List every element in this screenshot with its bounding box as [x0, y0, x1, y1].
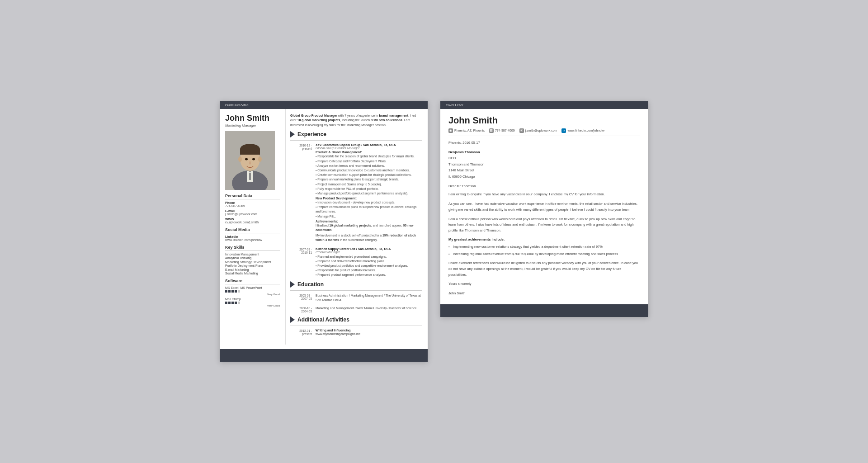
email-icon: ✉	[519, 128, 524, 133]
education-heading: Education	[290, 281, 422, 288]
cl-date: Phoenix, 2016-05-17	[448, 141, 640, 145]
cl-email: ✉ j.smith@uptowork.com	[519, 128, 557, 133]
education-entry: 2005-09 -2007-05 Business Administration…	[290, 293, 422, 302]
experience-heading: Experience	[290, 131, 422, 137]
cl-paragraph-1: I am writing to enquire if you have any …	[448, 192, 640, 198]
cl-phone: ☎ 774-987-4009	[489, 128, 515, 133]
cl-achievements-title: My greatest achievements include:	[448, 237, 640, 241]
phone-icon: ☎	[489, 128, 494, 133]
skill-item: Innovation Management	[225, 253, 280, 256]
additional-arrow-icon	[290, 317, 295, 323]
cl-paragraph-3: I am a conscientious person who works ha…	[448, 217, 640, 234]
education-arrow-icon	[290, 281, 295, 288]
cl-recipient-city: IL 60605 Chicago	[448, 175, 475, 179]
cv-name: John Smith	[225, 113, 280, 123]
education-title: Education	[297, 281, 324, 288]
additional-heading: Additional Activities	[290, 317, 422, 323]
cl-signature: John Smith	[448, 291, 640, 295]
cv-header-label: Curriculum Vitae	[225, 104, 249, 107]
svg-point-9	[258, 156, 262, 162]
cl-recipient-company: Thomson and Thomson	[448, 162, 484, 166]
svg-point-10	[245, 158, 248, 160]
experience-title: Experience	[297, 131, 326, 137]
skill-item: Analytical Thinking	[225, 256, 280, 260]
software-dots	[225, 302, 280, 304]
page-container: Curriculum Vitae John Smith Marketing Ma…	[220, 101, 648, 362]
cv-header-bar: Curriculum Vitae	[220, 101, 428, 109]
svg-point-11	[252, 158, 255, 160]
skill-item: Marketing Strategy Development	[225, 260, 280, 264]
cl-email-text: j.smith@uptowork.com	[525, 129, 557, 132]
www-value: cv.uptowork.com/j.smith	[225, 221, 280, 224]
experience-entry: 2007-09 -2010-11 Kitchen Supply Center L…	[290, 247, 422, 278]
social-media-heading: Social Media	[225, 227, 280, 233]
cl-header-bar: Cover Letter	[440, 101, 648, 109]
cover-letter-document: Cover Letter John Smith ◉ Phoenix, AZ, P…	[440, 101, 648, 317]
cl-location-text: Phoenix, AZ, Phoenix	[454, 129, 485, 132]
cl-body: John Smith ◉ Phoenix, AZ, Phoenix ☎ 774-…	[440, 109, 648, 300]
cv-document: Curriculum Vitae John Smith Marketing Ma…	[220, 101, 428, 362]
cv-left-column: John Smith Marketing Manager	[220, 109, 285, 345]
cl-contact-bar: ◉ Phoenix, AZ, Phoenix ☎ 774-987-4009 ✉ …	[448, 128, 640, 136]
email-value: j.smith@uptowork.com	[225, 213, 280, 216]
svg-point-8	[238, 156, 242, 162]
linkedin-value: www.linkedin.com/johnutw	[225, 238, 280, 241]
personal-data-heading: Personal Data	[225, 194, 280, 199]
phone-label: Phone	[225, 201, 280, 204]
skill-item: E-mail Marketing	[225, 268, 280, 271]
additional-title: Additional Activities	[297, 317, 349, 323]
education-entry: 2000-10 -2004-05 Marketing and Managemen…	[290, 306, 422, 313]
software-item: MS Excel, MS PowerPoint	[225, 286, 280, 289]
cv-top-section: John Smith Marketing Manager	[220, 109, 428, 345]
experience-arrow-icon	[290, 131, 295, 137]
linkedin-label: LinkedIn	[225, 235, 280, 238]
linkedin-icon: in	[561, 128, 566, 133]
phone-value: 774-987-4009	[225, 204, 280, 208]
software-dots	[225, 290, 280, 293]
cl-closing-paragraph: I have excellent references and would be…	[448, 260, 640, 278]
cl-linkedin: in www.linkedin.com/johnutw	[561, 128, 604, 133]
cl-recipient: Benjamin Thomson CEO Thomson and Thomson…	[448, 149, 640, 180]
additional-entry: 2012-01 -present Writing and Influencing…	[290, 329, 422, 336]
skill-item: Social Media Marketing	[225, 272, 280, 275]
software-list: MS Excel, MS PowerPoint Very Good Mail C…	[225, 286, 280, 307]
software-heading: Software	[225, 279, 280, 284]
cv-job-title: Marketing Manager	[225, 123, 280, 128]
location-icon: ◉	[448, 128, 453, 133]
cv-summary: Global Group Product Manager with 7 year…	[290, 113, 422, 128]
cl-name: John Smith	[448, 115, 640, 126]
cl-valediction: Yours sincerely	[448, 282, 640, 286]
cl-header-label: Cover Letter	[446, 104, 463, 107]
skill-item: Portfolio Deployment Plans	[225, 264, 280, 267]
skills-list: Innovation Management Analytical Thinkin…	[225, 253, 280, 275]
cl-salutation: Dear Mr Thomson	[448, 184, 640, 188]
cl-recipient-title: CEO	[448, 156, 456, 160]
svg-rect-7	[240, 149, 260, 155]
key-skills-heading: Key Skills	[225, 245, 280, 251]
www-label: WWW	[225, 217, 280, 221]
cl-recipient-address: 1140 Main Street	[448, 168, 474, 172]
cl-footer	[440, 304, 648, 317]
cl-linkedin-text: www.linkedin.com/johnutw	[567, 129, 604, 132]
cv-right-column: Global Group Product Manager with 7 year…	[285, 109, 428, 345]
svg-rect-4	[249, 173, 251, 180]
cl-location: ◉ Phoenix, AZ, Phoenix	[448, 128, 485, 133]
email-label: E-mail	[225, 209, 280, 213]
experience-entry: 2010-12 -present XYZ Cosmetics Capital G…	[290, 143, 422, 243]
cv-photo	[225, 131, 275, 190]
cl-phone-text: 774-987-4009	[495, 129, 515, 132]
software-item: Mail Chimp	[225, 298, 280, 301]
cl-achievement-2: Increasing regional sales revenue from $…	[448, 251, 640, 257]
cl-recipient-name: Benjamin Thomson	[448, 150, 480, 154]
cl-paragraph-2: As you can see, I have had extensive vac…	[448, 201, 640, 213]
cl-achievement-1: Implementing new customer relations stra…	[448, 244, 640, 250]
cv-footer	[220, 349, 428, 362]
